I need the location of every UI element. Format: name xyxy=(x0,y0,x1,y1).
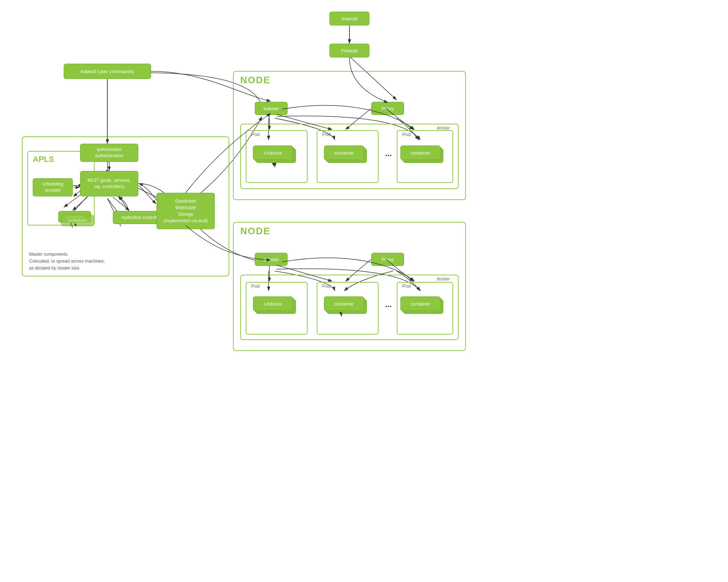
master-note: Master components Colocated, or spread a… xyxy=(29,251,105,272)
kubelet2-box: kubelet xyxy=(255,253,288,266)
rest-box: REST (pods, services, rep. controllers) xyxy=(80,171,138,196)
distributed-box: Distributed Watchable Storage (implement… xyxy=(157,193,215,229)
container3-stack: container xyxy=(324,296,364,311)
apls-label: APLS xyxy=(33,155,54,164)
docker2-label: docker xyxy=(437,276,450,282)
container2-stack: container xyxy=(400,146,440,160)
node1-ellipsis: ··· xyxy=(385,151,392,160)
container3-label: container xyxy=(324,296,364,311)
container1-label: container xyxy=(324,146,364,160)
cadvisor1-label: cAdvisor xyxy=(253,146,293,160)
kubelet1-box: kubelet xyxy=(255,102,288,115)
proxy1-box: Proxy xyxy=(371,102,404,115)
node1-pod3-label: Pod xyxy=(402,132,411,137)
node2-label: NODE xyxy=(240,226,270,237)
cadvisor1-stack: cAdvisor xyxy=(253,146,293,160)
kubectl-box: kubectl (user commands) xyxy=(64,64,151,79)
internet-box: Internet xyxy=(329,12,369,25)
docker1-label: docker xyxy=(437,125,450,131)
node2-pod3-label: Pod xyxy=(402,283,411,289)
node1-label: NODE xyxy=(240,75,270,86)
node2-pod2-label: Pod xyxy=(322,283,331,289)
container2-label: container xyxy=(400,146,440,160)
node2-ellipsis: ··· xyxy=(385,302,392,311)
container1-stack: container xyxy=(324,146,364,160)
cadvisor2-label: cAdvisor xyxy=(253,296,293,311)
cadvisor2-stack: cAdvisor xyxy=(253,296,293,311)
scheduling-box: scheduling actuator xyxy=(33,178,73,196)
diagram-container: Internet Firewall kubectl (user commands… xyxy=(0,0,728,582)
container4-label: container xyxy=(400,296,440,311)
auth-box: authorization authentacation xyxy=(80,144,138,162)
node1-pod1-label: Pod xyxy=(251,132,260,137)
proxy2-box: Proxy xyxy=(371,253,404,266)
firewall-box: Firewall xyxy=(329,44,369,57)
container4-stack: container xyxy=(400,296,440,311)
scheduler2-box: Scheduler xyxy=(61,215,94,226)
node1-pod2-label: Pod xyxy=(322,132,331,137)
node2-pod1-label: Pod xyxy=(251,283,260,289)
